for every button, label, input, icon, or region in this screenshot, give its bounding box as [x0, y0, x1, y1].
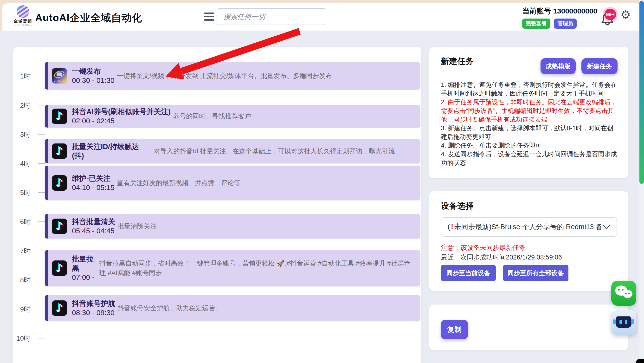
hour-gridline [45, 134, 420, 134]
copy-panel: 复制 [429, 304, 628, 350]
hour-tick [38, 250, 45, 251]
task-title: 批量拉黑 [72, 254, 97, 273]
hour-label: 2时 [13, 101, 30, 110]
ai-assistant-robot-icon[interactable] [611, 310, 636, 335]
task-block[interactable]: ♪批量拉黑07:00 -抖音拉黑自动同步，省时高效！一键管理多账号，营销更轻松 … [45, 250, 420, 286]
task-time: 05:45 - 04:45 [72, 226, 115, 236]
copy-button[interactable]: 复制 [441, 320, 468, 339]
hour-tick [38, 280, 45, 280]
douyin-icon: ♪ [52, 175, 67, 191]
device-select-value: (!未同步最新)Sf-Bruise 个人分享号的 Redmi13 备... [448, 222, 602, 232]
instruction-note: 3. 新建任务。点击新建，选择脚本即可，默认0-1时，时间在创建后拖动变更即可 [441, 124, 619, 141]
hour-tick [38, 76, 45, 76]
task-title: 一键发布 [72, 67, 114, 76]
task-title: 维护-已关注 [72, 174, 114, 183]
new-task-panel: 新建任务 成熟模版 新建任务 1. 编排注意。避免任务重叠，否则执行时会发生异常… [429, 47, 628, 178]
hour-tick [38, 222, 45, 222]
task-description: 养号的同时、寻找推荐客户 [173, 112, 420, 121]
search-box [216, 8, 326, 25]
douyin-icon: ♪ [52, 260, 67, 276]
task-description: 查看关注好友的最新视频、并点赞、评论等 [117, 178, 420, 188]
task-description: 一键将图文/视频 自动分发到 主流社交/媒体平台。批量发布、多端同步发布 [117, 71, 420, 81]
task-block[interactable]: ♪抖音AI养号(刷相似账号并关注)02:00 - 02:45养号的同时、寻找推荐… [45, 105, 420, 128]
share-app-icon: ➤一键分发 [52, 68, 67, 84]
alert-exclamation-icon: ! [451, 223, 454, 230]
hour-label: 4时 [13, 159, 30, 168]
hour-tick [38, 134, 45, 134]
timeline-panel: 1时2时3时4时5时6时7时8时9时10时11时 ➤一键分发一键发布00:30 … [13, 47, 422, 363]
new-task-title: 新建任务 [441, 56, 474, 67]
search-input[interactable] [217, 9, 326, 24]
task-title: 抖音账号护航 [72, 299, 115, 308]
task-time: 04:10 - 05:15 [72, 183, 114, 192]
instruction-note: 1. 编排注意。避免任务重叠，否则执行时会发生异常。任务会在手机时间到达之时触发… [441, 80, 619, 98]
task-time: 08:30 - 09:30 [72, 308, 115, 317]
account-label: 当前账号 13000000000 [522, 6, 602, 16]
hour-tick [38, 163, 45, 164]
notification-bell-icon[interactable]: 99+ [601, 10, 615, 26]
mature-template-button[interactable]: 成熟模版 [540, 58, 576, 74]
hour-tick [38, 338, 45, 338]
instruction-note: 2. 由于任务属于预设性，非即时任务。因此在云端更改编排后，需要点击“同步设备”… [441, 98, 619, 124]
scrollbar-track[interactable] [639, 0, 644, 363]
hour-label: 3时 [13, 130, 30, 139]
package-badge: 完整套餐 [522, 18, 550, 29]
logo-text: 全域营销 [12, 18, 33, 24]
task-block[interactable]: ➤一键分发一键发布00:30 - 01:30一键将图文/视频 自动分发到 主流社… [45, 62, 420, 90]
hour-label: 7时 [13, 246, 30, 256]
task-description: 对导入的抖音Id 批量关注。在这个基础上，可以对这批人长久得定期拜访，曝光引流 [154, 146, 420, 156]
create-task-button[interactable]: 新建任务 [582, 58, 618, 74]
device-select[interactable]: (!未同步最新)Sf-Bruise 个人分享号的 Redmi13 备... [441, 217, 617, 236]
hour-label: 1时 [13, 72, 30, 81]
device-warning: 注意：该设备未同步最新任务 [441, 243, 525, 252]
sync-current-device-button[interactable]: 同步至当前设备 [441, 265, 496, 281]
instruction-note: 4. 发送同步指令后，设备会延迟一会儿时间回调任务是否同步成功的状态 [441, 150, 619, 167]
task-block[interactable]: ♪维护-已关注04:10 - 05:15查看关注好友的最新视频、并点赞、评论等 [45, 166, 420, 200]
scrollbar-thumb[interactable] [640, 1, 644, 184]
task-time: 00:30 - 01:30 [72, 76, 114, 85]
task-time: 02:00 - 02:45 [72, 116, 171, 126]
task-title: 抖音AI养号(刷相似账号并关注) [72, 107, 171, 116]
app-logo: 全域营销 — PRES全球版 — [12, 5, 33, 26]
notification-count-badge: 99+ [604, 9, 616, 20]
hour-tick [38, 192, 45, 193]
hour-label: 8时 [13, 276, 30, 285]
app-header: 全域营销 — PRES全球版 — AutoAI企业全域自动化 当前账号 1300… [2, 3, 642, 31]
hour-label: 5时 [13, 188, 30, 198]
douyin-icon: ♪ [52, 108, 67, 124]
last-sync-time: 最近一次同步成功时间2026/1/29 08:59:06 [441, 253, 562, 262]
device-panel-title: 设备选择 [441, 200, 474, 212]
task-block[interactable]: ♪抖音批量清关05:45 - 04:45批量清除关注 [45, 214, 420, 238]
hour-label: 10时 [13, 334, 30, 343]
sync-all-devices-button[interactable]: 同步至所有全部设备 [503, 265, 568, 281]
douyin-icon: ♪ [52, 144, 67, 159]
settings-gear-icon[interactable]: ⚙ [620, 9, 631, 21]
instruction-notes: 1. 编排注意。避免任务重叠，否则执行时会发生异常。任务会在手机时间到达之时触发… [441, 80, 619, 167]
role-badge: 管理员 [554, 18, 576, 29]
page-title: AutoAI企业全域自动化 [35, 11, 142, 24]
task-block[interactable]: ♪抖音账号护航08:30 - 09:30抖音账号安全护航，助力稳定运营。 [45, 295, 420, 321]
logo-subtext: — PRES全球版 — [12, 24, 33, 26]
menu-icon[interactable] [204, 12, 214, 23]
device-panel: 设备选择 (!未同步最新)Sf-Bruise 个人分享号的 Redmi13 备.… [429, 191, 628, 291]
instruction-note: 4. 删除任务。单击要删除的任务即可 [441, 141, 619, 150]
hour-label: 9时 [13, 305, 30, 314]
hour-label: 6时 [13, 217, 30, 226]
task-title: 抖音批量清关 [72, 217, 115, 226]
douyin-icon: ♪ [52, 300, 67, 316]
task-block[interactable]: ♪批量关注ID/持续触达 (抖)对导入的抖音Id 批量关注。在这个基础上，可以对… [45, 139, 420, 163]
task-description: 抖音拉黑自动同步，省时高效！一键管理多账号，营销更轻松 🚀,#抖音运营 #自动化… [100, 258, 420, 278]
hour-tick [38, 105, 45, 106]
task-title: 批量关注ID/持续触达 (抖) [72, 142, 151, 160]
chevron-down-icon [602, 224, 610, 230]
hour-gridline [45, 163, 420, 164]
wechat-icon[interactable] [611, 281, 636, 306]
task-description: 批量清除关注 [118, 222, 420, 231]
logo-globe-icon [16, 5, 29, 18]
account-info: 当前账号 13000000000 完整套餐 管理员 [522, 6, 602, 29]
hour-tick [38, 309, 45, 309]
task-time: 07:00 - [72, 273, 97, 282]
hour-gridline [45, 338, 420, 338]
douyin-icon: ♪ [52, 218, 67, 234]
task-description: 抖音账号安全护航，助力稳定运营。 [118, 303, 420, 313]
